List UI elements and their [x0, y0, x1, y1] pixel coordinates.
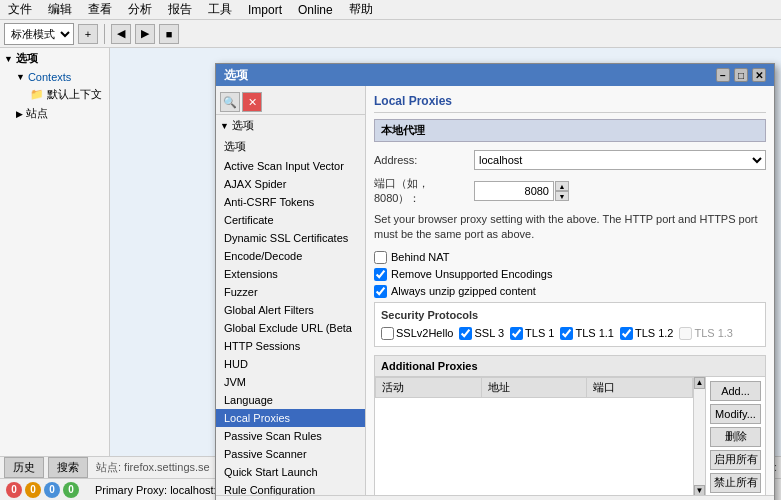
port-spin: ▲ ▼	[474, 181, 569, 201]
menu-edit[interactable]: 编辑	[44, 1, 76, 18]
dialog-left-item-0[interactable]: 选项	[216, 136, 365, 157]
default-context-icon: 📁	[30, 88, 44, 100]
sites-arrow: ▶	[16, 109, 23, 119]
dialog-left-root[interactable]: ▼ 选项	[216, 115, 365, 136]
dialog-left-item-16[interactable]: Passive Scan Rules	[216, 427, 365, 445]
menu-report[interactable]: 报告	[164, 1, 196, 18]
add-proxy-button[interactable]: Add...	[710, 381, 761, 401]
dialog-left-item-18[interactable]: Quick Start Launch	[216, 463, 365, 481]
status-icons: 0 0 0 0	[6, 482, 79, 498]
ssl-checkbox-2[interactable]	[510, 327, 523, 340]
sidebar-contexts-children: 📁 默认上下文	[12, 85, 109, 104]
delete-proxy-button[interactable]: 删除	[710, 427, 761, 447]
proxies-scrollbar[interactable]: ▲ ▼	[693, 377, 705, 495]
toolbar-divider	[104, 24, 105, 44]
sidebar-contexts[interactable]: ▼ Contexts	[12, 69, 109, 85]
dialog-left-item-19[interactable]: Rule Configuration	[216, 481, 365, 495]
scroll-up[interactable]: ▲	[694, 377, 705, 389]
dialog-minimize-button[interactable]: −	[716, 68, 730, 82]
sidebar-options-label: 选项	[16, 51, 38, 66]
dialog-titlebar-buttons: − □ ✕	[716, 68, 766, 82]
port-label: 端口（如，8080）：	[374, 176, 474, 206]
menu-file[interactable]: 文件	[4, 1, 36, 18]
toolbar-btn-4[interactable]: ■	[159, 24, 179, 44]
dialog-left-item-17[interactable]: Passive Scanner	[216, 445, 365, 463]
ssl-option-2: TLS 1	[510, 327, 554, 340]
dialog-left-items-container: 选项Active Scan Input VectorAJAX SpiderAnt…	[216, 136, 365, 495]
ssl-label-1: SSL 3	[474, 327, 504, 339]
additional-proxies-section: Additional Proxies 活动 地址 端口	[374, 355, 766, 495]
dialog-left-item-3[interactable]: Anti-CSRF Tokens	[216, 193, 365, 211]
address-row: Address: localhost	[374, 150, 766, 170]
dialog-close-button[interactable]: ✕	[752, 68, 766, 82]
ssl-option-1: SSL 3	[459, 327, 504, 340]
dialog-left-item-11[interactable]: HTTP Sessions	[216, 337, 365, 355]
port-spinners: ▲ ▼	[555, 181, 569, 201]
menu-help[interactable]: 帮助	[345, 1, 377, 18]
port-down-btn[interactable]: ▼	[555, 191, 569, 201]
menu-analyze[interactable]: 分析	[124, 1, 156, 18]
ssl-label-4: TLS 1.2	[635, 327, 674, 339]
menu-tools[interactable]: 工具	[204, 1, 236, 18]
ssl-checkbox-0[interactable]	[381, 327, 394, 340]
checkbox-0[interactable]	[374, 251, 387, 264]
col-address: 地址	[481, 377, 587, 397]
alert-info-icon: 0	[63, 482, 79, 498]
history-tab[interactable]: 历史	[4, 457, 44, 478]
ssl-checkbox-3[interactable]	[560, 327, 573, 340]
mode-select[interactable]: 标准模式	[4, 23, 74, 45]
port-input[interactable]	[474, 181, 554, 201]
ssl-label-2: TLS 1	[525, 327, 554, 339]
ssl-options: SSLv2HelloSSL 3TLS 1TLS 1.1TLS 1.2TLS 1.…	[381, 327, 759, 340]
dialog-left-item-4[interactable]: Certificate	[216, 211, 365, 229]
address-label: Address:	[374, 154, 474, 166]
toolbar-btn-1[interactable]: +	[78, 24, 98, 44]
menu-online[interactable]: Online	[294, 3, 337, 17]
dialog-left-item-5[interactable]: Dynamic SSL Certificates	[216, 229, 365, 247]
menu-import[interactable]: Import	[244, 3, 286, 17]
disable-all-button[interactable]: 禁止所有	[710, 473, 761, 493]
ssl-checkbox-4[interactable]	[620, 327, 633, 340]
dialog-left-item-2[interactable]: AJAX Spider	[216, 175, 365, 193]
dialog-left-item-12[interactable]: HUD	[216, 355, 365, 373]
contexts-label: Contexts	[28, 71, 71, 83]
toolbar-btn-3[interactable]: ▶	[135, 24, 155, 44]
dialog-left-item-14[interactable]: Language	[216, 391, 365, 409]
sidebar-sites[interactable]: ▶ 站点	[12, 104, 109, 123]
dialog-titlebar: 选项 − □ ✕	[216, 64, 774, 86]
proxies-body: 活动 地址 端口	[375, 377, 765, 495]
dialog-left-item-15[interactable]: Local Proxies	[216, 409, 365, 427]
scroll-track	[694, 389, 705, 485]
additional-proxies-header: Additional Proxies	[375, 356, 765, 377]
ssl-checkbox-1[interactable]	[459, 327, 472, 340]
port-row: 端口（如，8080）： ▲ ▼	[374, 176, 766, 206]
app-sidebar: ▼ 选项 ▼ Contexts 📁 默认上下文 ▶ 站点	[0, 48, 110, 500]
scroll-down[interactable]: ▼	[694, 485, 705, 495]
toolbar-btn-2[interactable]: ◀	[111, 24, 131, 44]
dialog-left-item-10[interactable]: Global Exclude URL (Beta	[216, 319, 365, 337]
dialog-left-item-1[interactable]: Active Scan Input Vector	[216, 157, 365, 175]
enable-all-button[interactable]: 启用所有	[710, 450, 761, 470]
menu-bar: 文件 编辑 查看 分析 报告 工具 Import Online 帮助	[0, 0, 781, 20]
alert-high-icon: 0	[6, 482, 22, 498]
checkbox-1[interactable]	[374, 268, 387, 281]
dialog-left-item-9[interactable]: Global Alert Filters	[216, 301, 365, 319]
dialog-maximize-button[interactable]: □	[734, 68, 748, 82]
dialog-left-item-6[interactable]: Encode/Decode	[216, 247, 365, 265]
dialog-left-item-8[interactable]: Fuzzer	[216, 283, 365, 301]
dialog-left-item-13[interactable]: JVM	[216, 373, 365, 391]
ssl-label-5: TLS 1.3	[694, 327, 733, 339]
menu-view[interactable]: 查看	[84, 1, 116, 18]
modify-proxy-button[interactable]: Modify...	[710, 404, 761, 424]
sidebar-tree-root[interactable]: ▼ 选项	[0, 48, 109, 69]
dialog-left-item-7[interactable]: Extensions	[216, 265, 365, 283]
proxies-table-head: 活动 地址 端口	[376, 377, 693, 397]
address-select[interactable]: localhost	[474, 150, 766, 170]
checkbox-2[interactable]	[374, 285, 387, 298]
search-icon-btn[interactable]: 🔍	[220, 92, 240, 112]
sidebar-default-context[interactable]: 📁 默认上下文	[26, 85, 109, 104]
port-up-btn[interactable]: ▲	[555, 181, 569, 191]
close-icon-btn[interactable]: ✕	[242, 92, 262, 112]
checkbox-label-2: Always unzip gzipped content	[391, 285, 536, 297]
search-tab[interactable]: 搜索	[48, 457, 88, 478]
